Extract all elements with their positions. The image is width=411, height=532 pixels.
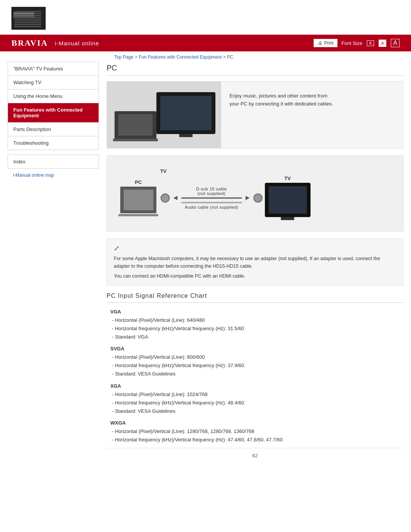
sidebar-item-bravia-tv-features[interactable]: "BRAVIA" TV Features — [8, 62, 99, 76]
page-title: PC — [107, 64, 403, 76]
note-text-1: For some Apple Macintosh computers, it m… — [114, 255, 396, 270]
intro-text-line1: Enjoy music, pictures and other content … — [229, 93, 327, 99]
sidebar-divider — [8, 150, 99, 155]
diagram-pc-shape — [120, 187, 156, 213]
sidebar-item-parts-description[interactable]: Parts Description — [8, 123, 99, 136]
note-icon: ⤢ — [114, 244, 396, 252]
main-content: PC Enjoy music, pic — [107, 62, 403, 463]
intro-text-line2: your PC by connecting it with dedicated … — [229, 101, 333, 107]
diagram-cable1-wire — [181, 197, 242, 199]
sidebar-item-watching-tv[interactable]: Watching TV — [8, 76, 99, 89]
diagram-tv-label: TV — [126, 168, 167, 174]
navbar: BRAVIA i-Manual online 🖨 Print Font Size… — [0, 35, 411, 51]
diagram-cable1-label: D-sub 15 cable (not supplied) — [196, 187, 227, 196]
intro-section: Enjoy music, pictures and other content … — [107, 81, 403, 149]
signal-item-vga-1: - Horizontal frequency (kHz)/Vertical fr… — [110, 324, 400, 333]
signal-item-svga-0: - Horizontal (Pixel)/Vertical (Line): 80… — [110, 353, 400, 361]
section-title: PC Input Signal Reference Chart — [107, 292, 403, 303]
diagram-arrow-right: ► — [244, 194, 251, 202]
bravia-brand: BRAVIA — [11, 38, 48, 48]
tv-stand — [179, 134, 193, 137]
breadcrumb-fun-features[interactable]: Fun Features with Connected Equipment — [139, 54, 221, 60]
breadcrumb-current: PC — [227, 54, 233, 60]
note-text-2: You can connect an HDMI-compatible PC wi… — [114, 272, 396, 280]
signal-item-wxga-0: - Horizontal (Pixel)/Vertical (Line): 12… — [110, 427, 400, 436]
sony-logo — [11, 7, 46, 30]
font-size-medium-btn[interactable]: A — [379, 40, 387, 47]
sidebar: "BRAVIA" TV Features Watching TV Using t… — [8, 62, 99, 463]
print-button[interactable]: 🖨 Print — [314, 39, 338, 47]
sidebar-map-link[interactable]: i-Manual online map — [8, 169, 99, 182]
font-size-label: Font Size — [341, 40, 362, 46]
signal-category-svga: SVGA — [110, 346, 400, 351]
intro-text: Enjoy music, pictures and other content … — [221, 81, 341, 148]
diagram-section: TV PC ◄ D-sub 15 — [107, 155, 403, 232]
signal-item-wxga-1: - Horizontal frequency (kHz)/Vertical fr… — [110, 436, 400, 444]
breadcrumb: Top Page > Fun Features with Connected E… — [0, 51, 411, 62]
diagram-pc-base — [118, 214, 158, 216]
page-footer: 62 — [107, 448, 403, 463]
signal-item-vga-0: - Horizontal (Pixel)/Vertical (Line): 64… — [110, 316, 400, 324]
tv-graphic — [156, 92, 215, 134]
layout: "BRAVIA" TV Features Watching TV Using t… — [0, 62, 411, 474]
signal-item-svga-1: - Horizontal frequency (kHz)/Vertical fr… — [110, 361, 400, 370]
intro-image — [107, 81, 221, 148]
signal-item-vga-2: - Standard: VGA — [110, 333, 400, 341]
navbar-right: 🖨 Print Font Size A A A — [314, 39, 400, 47]
sidebar-index[interactable]: Index — [8, 155, 99, 169]
signal-item-xga-0: - Horizontal (Pixel)/Vertical (Line): 10… — [110, 390, 400, 399]
breadcrumb-top[interactable]: Top Page — [114, 54, 134, 60]
font-size-large-btn[interactable]: A — [391, 39, 400, 47]
signal-item-xga-1: - Horizontal frequency (kHz)/Vertical fr… — [110, 399, 400, 407]
print-icon: 🖨 — [318, 40, 322, 46]
signal-category-xga: XGA — [110, 383, 400, 389]
print-label: Print — [324, 40, 333, 46]
sidebar-item-fun-features[interactable]: Fun Features with Connected Equipment — [8, 103, 99, 123]
diagram-arrow-left: ◄ — [172, 194, 179, 202]
page-number: 62 — [252, 453, 258, 459]
laptop-graphic — [115, 111, 156, 139]
diagram-tv-label-top: TV — [284, 176, 291, 181]
diagram-pc-label: PC — [135, 179, 142, 185]
diagram-tv-shape — [265, 183, 311, 217]
diagram-tv-stand — [281, 217, 294, 220]
diagram-cable2-wire — [181, 202, 242, 203]
sidebar-item-troubleshooting[interactable]: Troubleshooting — [8, 136, 99, 150]
signal-item-xga-2: - Standard: VESA Guidelines — [110, 407, 400, 415]
navbar-left: BRAVIA i-Manual online — [11, 38, 99, 48]
diagram-connector-left — [161, 193, 170, 203]
diagram-cable2-label: Audio cable (not supplied) — [185, 205, 238, 209]
signal-table: VGA - Horizontal (Pixel)/Vertical (Line)… — [107, 309, 403, 444]
logo-area — [0, 0, 411, 35]
signal-category-wxga: WXGA — [110, 420, 400, 426]
signal-item-svga-2: - Standard: VESA Guidelines — [110, 370, 400, 378]
note-section: ⤢ For some Apple Macintosh computers, it… — [107, 238, 403, 286]
laptop-base — [113, 139, 158, 141]
signal-category-vga: VGA — [110, 309, 400, 315]
sidebar-item-using-home-menu[interactable]: Using the Home Menu — [8, 89, 99, 103]
navbar-title: i-Manual online — [55, 40, 99, 46]
font-size-small-btn[interactable]: A — [367, 40, 374, 46]
diagram-connector-right — [253, 193, 263, 203]
